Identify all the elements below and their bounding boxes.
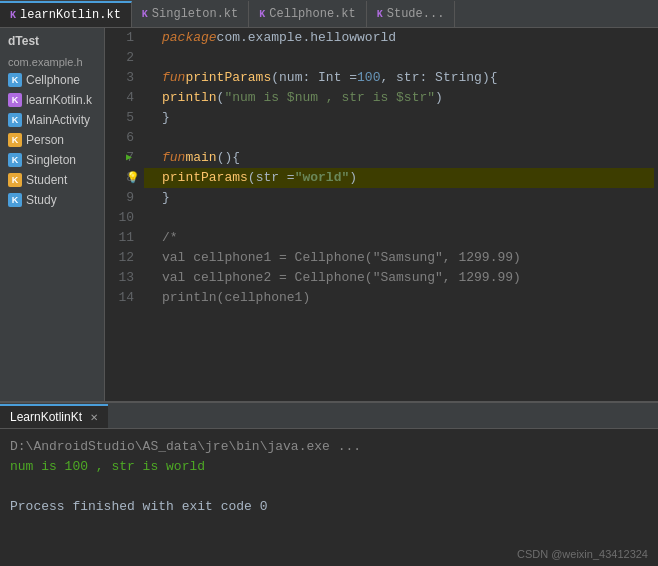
code-line: }	[144, 188, 654, 208]
code-line	[144, 128, 654, 148]
console-cmd-line: D:\AndroidStudio\AS_data\jre\bin\java.ex…	[10, 437, 648, 457]
line-number: 9	[109, 188, 134, 208]
code-line: val cellphone1 = Cellphone("Samsung", 12…	[144, 248, 654, 268]
code-line: val cellphone2 = Cellphone("Samsung", 12…	[144, 268, 654, 288]
tab-label: Cellphone.kt	[269, 7, 355, 21]
console-empty-line	[10, 477, 648, 497]
console-output: D:\AndroidStudio\AS_data\jre\bin\java.ex…	[0, 429, 658, 566]
sidebar-item-label: Person	[26, 133, 64, 147]
sidebar-item-singleton[interactable]: KSingleton	[0, 150, 104, 170]
sidebar-items: KCellphoneKlearnKotlin.kKMainActivityKPe…	[0, 70, 104, 401]
sidebar-item-cellphone[interactable]: KCellphone	[0, 70, 104, 90]
watermark: CSDN @weixin_43412324	[517, 548, 648, 560]
console-output-line: num is 100 , str is world	[10, 457, 648, 477]
line-number: 14	[109, 288, 134, 308]
sidebar-item-student[interactable]: KStudent	[0, 170, 104, 190]
line-number: 1	[109, 28, 134, 48]
code-line: }	[144, 108, 654, 128]
code-content[interactable]: package com.example.hellowworld fun prin…	[140, 28, 658, 401]
code-line: package com.example.hellowworld	[144, 28, 654, 48]
bottom-tab-learnkotlinkt[interactable]: LearnKotlinKt✕	[0, 404, 108, 428]
line-number: 6	[109, 128, 134, 148]
sidebar-item-label: Cellphone	[26, 73, 80, 87]
code-editor: 1234567891011121314 package com.example.…	[105, 28, 658, 401]
sidebar-item-learnkotlin[interactable]: KlearnKotlin.k	[0, 90, 104, 110]
line-number: 13	[109, 268, 134, 288]
code-line: printParams(str = "world")	[144, 168, 654, 188]
tab-singleton[interactable]: KSingleton.kt	[132, 1, 249, 27]
sidebar-item-label: Student	[26, 173, 67, 187]
line-numbers: 1234567891011121314	[105, 28, 140, 401]
bottom-tab-label: LearnKotlinKt	[10, 410, 82, 424]
tab-label: learnKotlin.kt	[20, 8, 121, 22]
line-number: 3	[109, 68, 134, 88]
file-icon: K	[8, 113, 22, 127]
code-line: println(cellphone1)	[144, 288, 654, 308]
kotlin-icon: K	[259, 9, 265, 20]
code-line	[144, 48, 654, 68]
file-icon: K	[8, 153, 22, 167]
line-number: 12	[109, 248, 134, 268]
sidebar-item-person[interactable]: KPerson	[0, 130, 104, 150]
line-number: 11	[109, 228, 134, 248]
code-line: fun main(){	[144, 148, 654, 168]
bottom-tab-bar: LearnKotlinKt✕	[0, 403, 658, 429]
file-icon: K	[8, 93, 22, 107]
bottom-panel: LearnKotlinKt✕ D:\AndroidStudio\AS_data\…	[0, 401, 658, 566]
code-line: println("num is $num , str is $str")	[144, 88, 654, 108]
tab-cellphone[interactable]: KCellphone.kt	[249, 1, 366, 27]
tab-label: Stude...	[387, 7, 445, 21]
kotlin-icon: K	[10, 10, 16, 21]
code-line	[144, 208, 654, 228]
line-number: 5	[109, 108, 134, 128]
sidebar-item-label: Study	[26, 193, 57, 207]
sidebar-item-label: MainActivity	[26, 113, 90, 127]
sidebar-item-mainactivity[interactable]: KMainActivity	[0, 110, 104, 130]
tab-learnkotlin[interactable]: KlearnKotlin.kt	[0, 1, 132, 27]
sidebar-subheader: com.example.h	[0, 54, 104, 70]
line-number: 4	[109, 88, 134, 108]
console-exit-line: Process finished with exit code 0	[10, 497, 648, 517]
tab-label: Singleton.kt	[152, 7, 238, 21]
sidebar-item-study[interactable]: KStudy	[0, 190, 104, 210]
kotlin-icon: K	[377, 9, 383, 20]
sidebar-item-label: Singleton	[26, 153, 76, 167]
line-number: 10	[109, 208, 134, 228]
file-icon: K	[8, 173, 22, 187]
code-area: 1234567891011121314 package com.example.…	[105, 28, 658, 401]
file-icon: K	[8, 193, 22, 207]
main-area: dTest com.example.h KCellphoneKlearnKotl…	[0, 28, 658, 401]
close-tab-icon[interactable]: ✕	[90, 412, 98, 423]
kotlin-icon: K	[142, 9, 148, 20]
code-line: /*	[144, 228, 654, 248]
code-line: fun printParams(num: Int = 100, str: Str…	[144, 68, 654, 88]
tab-student[interactable]: KStude...	[367, 1, 456, 27]
line-number: 2	[109, 48, 134, 68]
file-icon: K	[8, 133, 22, 147]
sidebar: dTest com.example.h KCellphoneKlearnKotl…	[0, 28, 105, 401]
editor-tab-bar: KlearnKotlin.ktKSingleton.ktKCellphone.k…	[0, 0, 658, 28]
sidebar-item-label: learnKotlin.k	[26, 93, 92, 107]
sidebar-header: dTest	[0, 28, 104, 54]
file-icon: K	[8, 73, 22, 87]
